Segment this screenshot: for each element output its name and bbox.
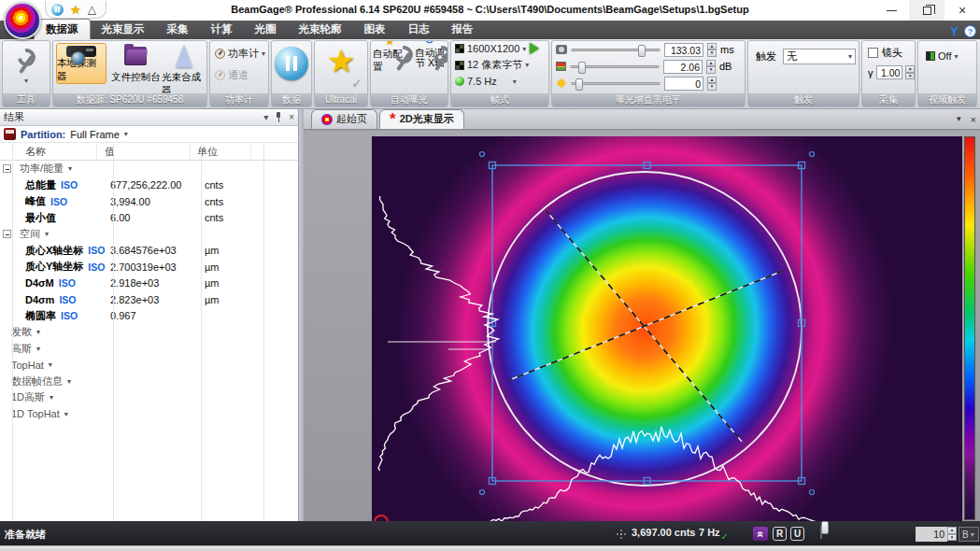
iso-badge: ISO	[59, 277, 76, 289]
collapse-chevron-button[interactable]: «	[753, 527, 768, 541]
result-row[interactable]: 峰值ISO3,994.00cnts	[0, 193, 298, 210]
result-row[interactable]: 总能量ISO677,256,222.00cnts	[0, 177, 298, 194]
menu-tab-3[interactable]: 计算	[200, 20, 244, 39]
support-icon[interactable]: Y	[950, 24, 959, 38]
beam-display-panel: 起始页 * 2D光束显示 ▾ ×	[304, 109, 980, 521]
menu-tab-8[interactable]: 报告	[441, 20, 485, 39]
tab-start-page[interactable]: 起始页	[311, 109, 377, 129]
gain-unit: dB	[719, 61, 731, 72]
folder-icon	[124, 47, 147, 65]
selection-handles[interactable]	[490, 162, 805, 485]
display-zoom-slider[interactable]	[820, 526, 822, 539]
tab-2d-beam-display[interactable]: * 2D光束显示	[379, 109, 464, 129]
minimize-button[interactable]	[873, 0, 909, 21]
video-trigger-dropdown[interactable]: Off ▾	[918, 41, 976, 62]
chevron-down-icon: ▾	[124, 130, 128, 138]
rotation-handles[interactable]	[480, 152, 815, 495]
result-group-row[interactable]: 发散▾	[0, 324, 298, 341]
ribbon-group-frame-format: 1600X1200 ▾ 12 像素字节 ▾ 7.5 Hz ▾ 帧式	[450, 40, 549, 107]
chevron-down-icon: ▾	[50, 393, 53, 402]
collapse-icon[interactable]	[3, 230, 11, 238]
result-group-row[interactable]: TopHat▾	[0, 357, 298, 374]
black-level-spinner[interactable]: ▲▼	[707, 77, 717, 91]
aperture-circle[interactable]	[488, 172, 802, 486]
iso-badge: ISO	[59, 294, 76, 305]
ultracal-button[interactable]: ★ ✓	[315, 47, 367, 75]
beam-display-area[interactable]	[304, 131, 980, 521]
menu-tab-7[interactable]: 日志	[397, 20, 441, 39]
menu-tab-6[interactable]: 图表	[353, 20, 397, 39]
menu-tab-1[interactable]: 光束显示	[91, 20, 156, 39]
channel-button[interactable]: 通道	[210, 61, 268, 82]
exposure-spinner[interactable]: ▲▼	[707, 43, 717, 57]
result-group-row[interactable]: 高斯▾	[0, 341, 298, 358]
gamma-spinner[interactable]: ▲▼	[905, 65, 915, 79]
zoom-spinbox[interactable]: 10 ▲▼	[916, 527, 957, 542]
panel-close-icon[interactable]: ×	[289, 112, 294, 122]
panel-menu-icon[interactable]: ▾	[263, 112, 268, 122]
pixel-depth-dropdown[interactable]: 12 像素字节 ▾	[455, 58, 529, 72]
frame-rate-dropdown[interactable]: 7.5 Hz ▾	[455, 76, 517, 87]
gain-slider[interactable]	[570, 65, 660, 68]
gain-spinner[interactable]: ▲▼	[706, 60, 716, 74]
beam-image[interactable]	[372, 136, 962, 521]
results-panel-header: 结果 ▾ ×	[0, 109, 298, 126]
result-group-row[interactable]: 数据帧信息▾	[0, 374, 298, 390]
trigger-select[interactable]: 无 ▾	[783, 49, 856, 64]
power-meter-button[interactable]: 功率计 ▾	[210, 41, 268, 61]
local-detector-button[interactable]: 本地探测器	[56, 43, 107, 84]
resolution-dropdown[interactable]: 1600X1200 ▾	[455, 43, 526, 54]
exposure-value-input[interactable]: 133.03	[664, 43, 703, 57]
status-bar: 准备就绪 3,697.00 cnts 7 Hz « R U 10 ▲▼ B ▾	[0, 521, 980, 545]
result-row[interactable]: 椭圆率ISO0.967	[0, 308, 298, 325]
column-value: 值	[97, 144, 191, 160]
black-level-input[interactable]: 0	[664, 77, 703, 91]
intensity-colorbar[interactable]	[964, 136, 975, 520]
ultracal-button-small[interactable]: U	[790, 527, 804, 541]
results-title: 结果	[4, 110, 24, 124]
beam-maker-button[interactable]: 光束合成器	[162, 45, 206, 97]
chevron-down-icon: ▾	[49, 360, 52, 369]
gain-value-input[interactable]: 2.06	[663, 60, 703, 74]
ultracal-star-icon[interactable]: ★	[70, 4, 81, 16]
reference-button[interactable]: R	[773, 527, 787, 541]
restore-button[interactable]	[909, 0, 944, 21]
tools-button[interactable]: ▾	[3, 49, 50, 85]
result-group-row[interactable]: 功率/能量▾	[0, 161, 298, 177]
result-group-row[interactable]: 空间▾	[0, 226, 298, 243]
result-row[interactable]: D4σMISO2.918e+03µm	[0, 276, 298, 292]
tab-menu-icon[interactable]: ▾	[957, 114, 961, 125]
collapse-icon[interactable]	[3, 164, 11, 173]
result-row[interactable]: 质心Y轴坐标ISO2.700319e+03µm	[0, 259, 298, 276]
chevron-down-icon: ▾	[67, 377, 71, 386]
auto-adjust-x-button[interactable]: ↻ 自动调节 X轴	[411, 46, 448, 68]
data-pause-button[interactable]	[275, 47, 308, 80]
exposure-slider[interactable]	[571, 49, 660, 51]
pin-icon[interactable]	[275, 112, 282, 122]
tab-close-icon[interactable]: ×	[971, 114, 976, 125]
result-group-row[interactable]: 1D TopHat▾	[0, 406, 298, 423]
auto-setup-button[interactable]: ★ 自动配置	[373, 46, 410, 74]
result-group-row[interactable]: 1D高斯▾	[0, 389, 298, 406]
power-meter-icon	[215, 49, 225, 59]
menu-tab-4[interactable]: 光圈	[244, 20, 288, 39]
lens-checkbox[interactable]	[868, 48, 878, 58]
align-icon[interactable]: △	[88, 4, 96, 16]
help-icon[interactable]: ?	[964, 25, 976, 37]
ribbon-group-power-meter: 功率计 ▾ 通道 功率计	[209, 40, 269, 107]
file-console-button[interactable]: 文件控制台	[111, 47, 161, 84]
menu-tab-0[interactable]: 数据源	[34, 19, 91, 39]
menu-tab-5[interactable]: 光束轮廓	[288, 20, 353, 39]
app-menu-orb[interactable]	[4, 2, 41, 39]
menu-tab-2[interactable]: 采集	[156, 20, 200, 39]
apply-format-arrow-icon[interactable]	[530, 43, 539, 54]
gamma-input[interactable]: 1.00	[876, 65, 903, 79]
partition-selector[interactable]: Partition: Full Frame ▾	[0, 126, 298, 143]
result-row[interactable]: 最小值6.00cnts	[0, 210, 298, 227]
scale-mode-dropdown[interactable]: B ▾	[959, 527, 979, 542]
pause-icon[interactable]	[51, 4, 64, 16]
result-row[interactable]: D4σmISO2.823e+03µm	[0, 291, 298, 308]
black-level-slider[interactable]	[571, 82, 660, 85]
close-button[interactable]: ×	[944, 0, 980, 21]
result-row[interactable]: 质心X轴坐标ISO3.684576e+03µm	[0, 243, 298, 260]
